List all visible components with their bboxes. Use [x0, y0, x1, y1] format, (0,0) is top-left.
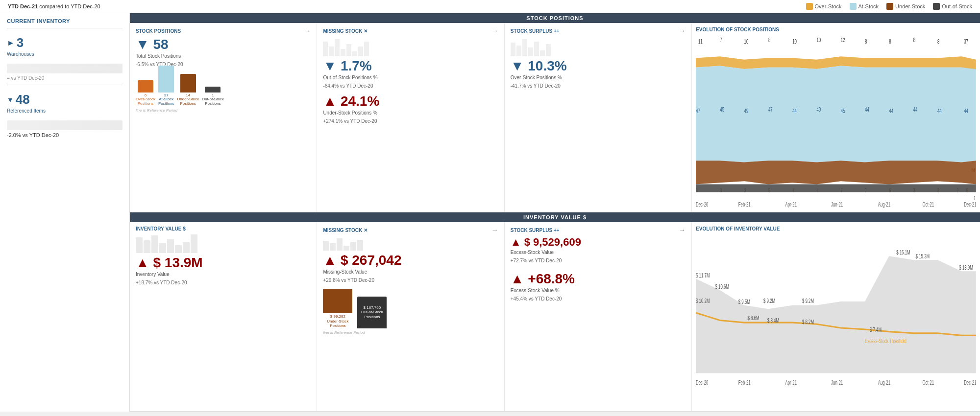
msv-outofstock-bar: $ 167,760Out-of-StockPositions — [357, 297, 387, 328]
sp-ref-note: line is Reference Period — [136, 108, 311, 113]
items-number: 48 — [16, 92, 30, 107]
card-evi-title: EVOLUTION OF INVENTORY VALUE — [696, 226, 976, 231]
svg-text:44: 44 — [937, 107, 942, 114]
inventory-value-cards: INVENTORY VALUE $ ▲ $ 13.9M — [130, 222, 980, 412]
ms-sub-label: Out-of-Stock Positions % — [323, 75, 498, 80]
ms-mini-bars — [323, 37, 498, 56]
svg-text:Aug-21: Aug-21 — [878, 201, 890, 208]
svg-text:12: 12 — [841, 36, 845, 43]
mini-sparkline-warehouses — [7, 64, 122, 73]
card-missing-stock: MISSING STOCK ✕ → — [317, 23, 504, 212]
svg-marker-50 — [696, 256, 976, 373]
ms-change2: +274.1% vs YTD Dec-20 — [323, 118, 498, 124]
card-ms-arrow: → — [491, 27, 498, 35]
sidebar: CURRENT INVENTORY ► 3 Warehouses = vs YT… — [0, 13, 130, 412]
legend: Over-Stock At-Stock Under-Stock Out-of-S… — [806, 3, 972, 10]
evo-stock-svg: 11 7 10 8 10 10 12 8 8 8 8 37 — [696, 34, 976, 208]
legend-item-atstock: At-Stock — [850, 3, 879, 10]
bar-outofstock-label: 1Out-of-StockPositions — [202, 93, 224, 106]
svg-text:10: 10 — [792, 38, 797, 45]
svg-text:10: 10 — [744, 38, 749, 45]
card-iv-title: INVENTORY VALUE $ — [136, 226, 311, 231]
svg-text:Apr-21: Apr-21 — [785, 379, 797, 386]
svg-text:$ 16.1M: $ 16.1M — [896, 249, 910, 255]
svg-text:$ 8.4M: $ 8.4M — [767, 317, 779, 324]
svg-text:Jun-21: Jun-21 — [831, 379, 843, 386]
msv-value-text: ▲ $ 267,042 — [323, 253, 401, 268]
evi-chart-container: $ 16.1M $ 15.3M $ 13.9M $ 11.7M $ 10.6M … — [696, 233, 976, 407]
svg-marker-26 — [696, 161, 976, 184]
msv-bars: $ 99,282Under-StockPositions $ 167,760Ou… — [323, 289, 498, 328]
svg-text:$ 15.3M: $ 15.3M — [916, 253, 930, 259]
svg-text:$ 8.2M: $ 8.2M — [802, 319, 814, 325]
warehouses-metric: ► 3 Warehouses — [7, 35, 122, 57]
card-evi-title-text: EVOLUTION OF INVENTORY VALUE — [696, 226, 780, 231]
legend-color-understock — [886, 3, 893, 10]
iv-change: +18.7% vs YTD Dec-20 — [136, 280, 311, 285]
items-value: ▼ 48 — [7, 92, 122, 107]
card-ss-title: STOCK SURPLUS ++ → — [511, 27, 686, 35]
iv-mini-bars — [136, 233, 311, 253]
bar-msv-understock — [323, 289, 352, 313]
ytd-title: YTD Dec-21 — [8, 3, 38, 9]
bar-overstock-label: 6Over-StockPositions — [136, 93, 155, 106]
main-layout: CURRENT INVENTORY ► 3 Warehouses = vs YT… — [0, 13, 980, 412]
svg-text:$ 10.2M: $ 10.2M — [696, 298, 710, 304]
sp-breakdown: 6Over-StockPositions 37At-StockPositions… — [136, 72, 311, 106]
svg-text:$ 9.2M: $ 9.2M — [802, 298, 814, 304]
ssv-second: ▲ +68.8% Excess-Stock Value % +45.4% vs … — [511, 271, 686, 301]
sidebar-title: CURRENT INVENTORY — [7, 18, 122, 24]
svg-text:44: 44 — [964, 107, 968, 114]
iv-big-value: ▲ $ 13.9M — [136, 255, 311, 271]
stock-positions-header: STOCK POSITIONS — [130, 13, 980, 23]
card-stock-surplus: STOCK SURPLUS ++ → ▼ 10.3% — [505, 23, 692, 212]
legend-label-outofstock: Out-of-Stock — [942, 3, 972, 9]
ms-sub-label2: Under-Stock Positions % — [323, 110, 498, 116]
card-msv-title: MISSING STOCK ✕ → — [323, 226, 498, 234]
svg-text:$ 13.9M: $ 13.9M — [959, 264, 973, 271]
msv-change: +29.8% vs YTD Dec-20 — [323, 277, 498, 283]
sidebar-divider — [7, 28, 122, 28]
svg-text:Dec-20: Dec-20 — [696, 379, 709, 386]
svg-text:10: 10 — [817, 36, 821, 43]
bar-msv-outofstock: $ 167,760Out-of-StockPositions — [357, 297, 387, 328]
legend-color-outofstock — [933, 3, 940, 10]
card-missing-stock-value: MISSING STOCK ✕ → ▲ $ 267,042 Mis — [317, 222, 504, 411]
legend-item-understock: Under-Stock — [886, 3, 925, 10]
bar-understock — [180, 74, 196, 92]
svg-text:7: 7 — [720, 36, 722, 43]
msv-big-value: ▲ $ 267,042 — [323, 253, 498, 268]
svg-text:11: 11 — [698, 38, 703, 45]
ms-big-value: ▼ 1.7% — [323, 58, 498, 74]
warehouses-number: 3 — [17, 35, 24, 50]
ssv-value-text: ▲ $ 9,529,609 — [511, 236, 581, 249]
svg-text:$ 8.6M: $ 8.6M — [748, 315, 760, 322]
svg-text:8: 8 — [937, 38, 939, 45]
warehouses-label: Warehouses — [7, 51, 122, 57]
sp-big-value: ▼ 58 — [136, 37, 311, 52]
ms-chart-area — [323, 37, 498, 58]
card-sp-arrow: → — [304, 27, 311, 35]
svg-text:Apr-21: Apr-21 — [785, 201, 797, 208]
ss-big-value: ▼ 10.3% — [511, 58, 686, 74]
card-msv-title-text: MISSING STOCK ✕ — [323, 228, 368, 233]
svg-text:14: 14 — [971, 168, 975, 174]
card-evo-title: EVOLUTION OF STOCK POSITIONS — [696, 27, 976, 32]
card-iv-title-text: INVENTORY VALUE $ — [136, 226, 186, 231]
inventory-value-section: INVENTORY VALUE $ INVENTORY VALUE $ — [130, 212, 980, 412]
bar-atstock — [158, 66, 174, 92]
card-ss-title-text: STOCK SURPLUS ++ — [511, 28, 560, 34]
mini-sparkline-items — [7, 120, 122, 130]
legend-color-atstock — [850, 3, 857, 10]
ss-value-text: ▼ 10.3% — [511, 58, 567, 74]
svg-text:$ 7.4M: $ 7.4M — [870, 326, 882, 333]
stock-positions-cards: STOCK POSITIONS → ▼ 58 Total Stock Posit… — [130, 23, 980, 212]
card-inventory-value: INVENTORY VALUE $ ▲ $ 13.9M — [130, 222, 317, 411]
svg-text:8: 8 — [913, 36, 915, 43]
ms-divider: ▲ 24.1% Under-Stock Positions % +274.1% … — [323, 93, 498, 124]
svg-text:Feb-21: Feb-21 — [738, 201, 751, 208]
evo-chart-container: 11 7 10 8 10 10 12 8 8 8 8 37 — [696, 34, 976, 208]
msv-ref-note: line is Reference Period — [323, 330, 498, 335]
card-ssv-title: STOCK SURPLUS ++ → — [511, 226, 686, 234]
warehouses-value: ► 3 — [7, 35, 122, 50]
